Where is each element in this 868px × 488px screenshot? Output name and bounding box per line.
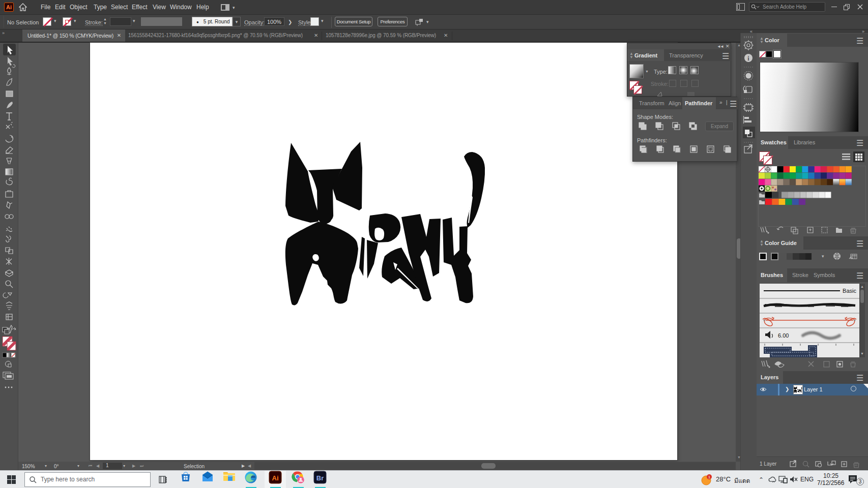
svg-text:Basic: Basic [843, 288, 856, 294]
svg-text:Ai: Ai [272, 474, 279, 482]
svg-text:6.00: 6.00 [778, 332, 789, 339]
svg-text:1: 1 [708, 475, 711, 479]
svg-text:Br: Br [316, 474, 324, 482]
